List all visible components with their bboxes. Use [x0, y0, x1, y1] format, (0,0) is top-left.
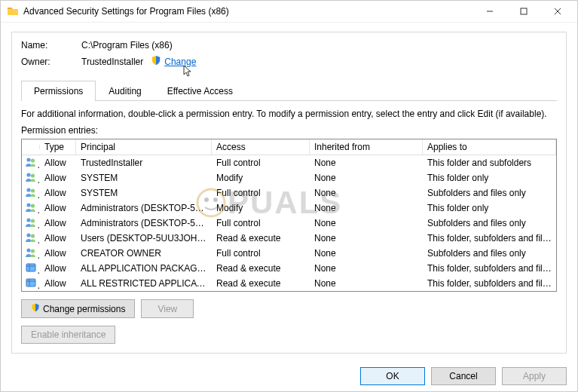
row-applies: This folder only: [423, 170, 556, 185]
svg-rect-18: [26, 264, 35, 271]
change-link-text: Change: [164, 57, 196, 67]
content: Name: C:\Program Files (x86) Owner: Trus…: [1, 23, 577, 361]
row-inherited: None: [310, 246, 423, 261]
svg-point-8: [26, 188, 30, 191]
row-inherited: None: [310, 261, 423, 276]
row-applies: This folder, subfolders and files: [423, 231, 556, 246]
row-principal: TrustedInstaller: [76, 155, 212, 170]
col-principal-header[interactable]: Principal: [76, 139, 212, 155]
row-applies: Subfolders and files only: [423, 246, 556, 261]
owner-row: Owner: TrustedInstaller Change: [21, 55, 557, 68]
owner-label: Owner:: [21, 57, 81, 67]
folder-icon: [7, 5, 19, 17]
svg-point-9: [31, 188, 35, 192]
info-text: For additional information, double-click…: [21, 109, 557, 119]
row-access: Modify: [212, 170, 310, 185]
minimize-button[interactable]: [472, 1, 506, 22]
table-row[interactable]: AllowUsers (DESKTOP-5UU3JOH\Us...Read & …: [22, 231, 556, 246]
svg-point-15: [31, 234, 35, 237]
main-panel: Name: C:\Program Files (x86) Owner: Trus…: [11, 32, 567, 354]
row-applies: This folder and subfolders: [423, 155, 556, 170]
name-value: C:\Program Files (x86): [81, 40, 173, 51]
apply-button[interactable]: Apply: [502, 367, 567, 385]
row-applies: This folder only: [423, 201, 556, 216]
row-access: Full control: [212, 216, 310, 231]
svg-point-4: [26, 158, 30, 161]
row-principal: Administrators (DESKTOP-5U...: [76, 216, 212, 231]
row-type: Allow: [40, 276, 76, 291]
svg-point-5: [31, 158, 35, 162]
row-applies: Subfolders and files only: [423, 216, 556, 231]
table-row[interactable]: AllowAdministrators (DESKTOP-5U...Full c…: [22, 216, 556, 231]
shield-icon: [151, 55, 161, 68]
row-type: Allow: [40, 185, 76, 201]
svg-rect-21: [26, 279, 35, 286]
name-label: Name:: [21, 40, 81, 51]
row-principal: Users (DESKTOP-5UU3JOH\Us...: [76, 231, 212, 246]
titlebar: Advanced Security Settings for Program F…: [1, 1, 577, 23]
row-access: Read & execute: [212, 231, 310, 246]
row-inherited: None: [310, 231, 423, 246]
row-access: Full control: [212, 185, 310, 201]
enable-inheritance-button[interactable]: Enable inheritance: [21, 326, 115, 344]
col-icon-header[interactable]: [22, 145, 40, 149]
row-access: Read & execute: [212, 276, 310, 291]
col-inherited-header[interactable]: Inherited from: [310, 139, 423, 155]
row-inherited: None: [310, 216, 423, 231]
row-principal: ALL RESTRICTED APPLICATIO...: [76, 276, 212, 291]
table-row[interactable]: AllowTrustedInstallerFull controlNoneThi…: [22, 155, 556, 170]
change-owner-link[interactable]: Change: [164, 57, 196, 67]
row-access: Modify: [212, 201, 310, 216]
tab-auditing[interactable]: Auditing: [96, 81, 154, 101]
svg-point-16: [26, 248, 30, 252]
svg-point-14: [26, 233, 30, 237]
row-principal: SYSTEM: [76, 170, 212, 185]
col-applies-header[interactable]: Applies to: [423, 139, 556, 155]
table-row[interactable]: AllowALL APPLICATION PACKAGESRead & exec…: [22, 261, 556, 276]
table-body: AllowTrustedInstallerFull controlNoneThi…: [22, 155, 556, 291]
window: Advanced Security Settings for Program F…: [0, 0, 578, 392]
row-applies: This folder, subfolders and files: [423, 261, 556, 276]
row-access: Read & execute: [212, 261, 310, 276]
row-applies: This folder, subfolders and files: [423, 276, 556, 291]
change-permissions-button[interactable]: Change permissions: [21, 299, 135, 318]
view-button[interactable]: View: [141, 299, 194, 318]
row-type: Allow: [40, 170, 76, 185]
table-row[interactable]: AllowALL RESTRICTED APPLICATIO...Read & …: [22, 276, 556, 291]
row-icon: [22, 274, 40, 292]
col-access-header[interactable]: Access: [212, 139, 310, 155]
row-inherited: None: [310, 170, 423, 185]
row-access: Full control: [212, 246, 310, 261]
table-row[interactable]: AllowSYSTEMModifyNoneThis folder only: [22, 170, 556, 185]
svg-point-10: [26, 203, 30, 207]
close-button[interactable]: [540, 1, 574, 22]
maximize-button[interactable]: [506, 1, 540, 22]
row-inherited: None: [310, 201, 423, 216]
footer-buttons: OK Cancel Apply: [1, 361, 577, 392]
table-row[interactable]: AllowSYSTEMFull controlNoneSubfolders an…: [22, 185, 556, 201]
name-row: Name: C:\Program Files (x86): [21, 40, 557, 51]
owner-value: TrustedInstaller: [81, 57, 143, 67]
row-principal: SYSTEM: [76, 185, 212, 201]
window-title: Advanced Security Settings for Program F…: [23, 6, 472, 17]
table-row[interactable]: AllowCREATOR OWNERFull controlNoneSubfol…: [22, 246, 556, 261]
ok-button[interactable]: OK: [360, 367, 425, 385]
col-type-header[interactable]: Type: [40, 139, 76, 155]
tab-effective-access[interactable]: Effective Access: [154, 81, 246, 101]
change-permissions-label: Change permissions: [43, 304, 125, 314]
row-inherited: None: [310, 185, 423, 201]
row-type: Allow: [40, 231, 76, 246]
inheritance-buttons: Enable inheritance: [21, 326, 557, 344]
row-principal: CREATOR OWNER: [76, 246, 212, 261]
row-type: Allow: [40, 246, 76, 261]
tabs: Permissions Auditing Effective Access: [21, 80, 557, 101]
row-inherited: None: [310, 155, 423, 170]
cancel-button[interactable]: Cancel: [431, 367, 496, 385]
row-principal: Administrators (DESKTOP-5U...: [76, 201, 212, 216]
table-row[interactable]: AllowAdministrators (DESKTOP-5U...Modify…: [22, 201, 556, 216]
row-applies: Subfolders and files only: [423, 185, 556, 201]
permission-buttons: Change permissions View: [21, 299, 557, 318]
row-type: Allow: [40, 201, 76, 216]
tab-permissions[interactable]: Permissions: [21, 81, 96, 101]
entries-label: Permission entries:: [21, 125, 557, 136]
